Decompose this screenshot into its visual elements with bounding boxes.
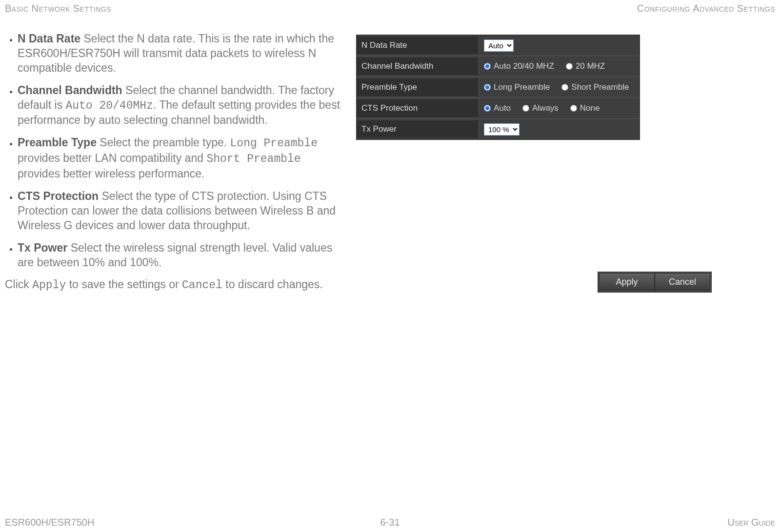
radio-cts-always-label: Always: [532, 103, 559, 113]
value-preamble-type: Long Preamble Short Preamble: [479, 79, 640, 95]
apply-pre: Click: [5, 278, 32, 291]
def-cts-protection: CTS Protection Select the type of CTS pr…: [18, 189, 341, 233]
apply-mid: to save the settings or: [66, 278, 182, 291]
value-cts-protection: Auto Always None: [479, 100, 640, 116]
term-channel-bandwidth: Channel Bandwidth: [18, 84, 122, 97]
value-tx-power: 100 %: [479, 120, 640, 138]
radio-auto-2040-label: Auto 20/40 MHZ: [494, 61, 554, 71]
apply-button[interactable]: Apply: [599, 273, 655, 291]
row-cts-protection: CTS Protection Auto Always None: [357, 98, 640, 118]
definitions-list: N Data Rate Select the N data rate. This…: [5, 32, 341, 270]
radio-20mhz[interactable]: 20 MHZ: [566, 61, 605, 71]
value-n-data-rate: Auto: [479, 37, 640, 55]
radio-short-preamble[interactable]: Short Preamble: [561, 82, 629, 92]
label-channel-bandwidth: Channel Bandwidth: [357, 58, 479, 75]
radio-20mhz-label: 20 MHZ: [576, 61, 605, 71]
settings-column: N Data Rate Auto Channel Bandwidth Auto …: [351, 32, 775, 293]
row-preamble-type: Preamble Type Long Preamble Short Preamb…: [357, 77, 640, 98]
header-right: Configuring Advanced Settings: [637, 3, 775, 14]
value-channel-bandwidth: Auto 20/40 MHZ 20 MHZ: [479, 59, 640, 74]
advanced-settings-panel: N Data Rate Auto Channel Bandwidth Auto …: [356, 35, 640, 140]
n-data-rate-select[interactable]: Auto: [484, 39, 514, 52]
radio-long-preamble-label: Long Preamble: [494, 82, 550, 92]
term-n-data-rate: N Data Rate: [18, 32, 80, 45]
button-bar: Apply Cancel: [598, 272, 712, 293]
radio-cts-auto[interactable]: Auto: [484, 103, 511, 113]
desc-preamble-mid: provides better LAN compatibility and: [18, 152, 206, 164]
header-left: Basic Network Settings: [5, 3, 111, 14]
apply-instruction: Click Apply to save the settings or Canc…: [5, 277, 341, 293]
desc-preamble-post: provides better wireless performance.: [18, 167, 205, 180]
label-n-data-rate: N Data Rate: [357, 37, 479, 54]
label-cts-protection: CTS Protection: [357, 99, 479, 117]
tx-power-select[interactable]: 100 %: [484, 123, 520, 136]
radio-long-preamble-input[interactable]: [484, 84, 491, 91]
radio-cts-always-input[interactable]: [522, 105, 529, 112]
term-tx-power: Tx Power: [18, 241, 67, 254]
radio-short-preamble-label: Short Preamble: [571, 82, 629, 92]
apply-post: to discard changes.: [222, 278, 323, 291]
radio-short-preamble-input[interactable]: [561, 84, 568, 91]
radio-long-preamble[interactable]: Long Preamble: [484, 82, 550, 92]
code-long-preamble: Long Pre­amble: [230, 137, 318, 150]
code-short-preamble: Short Preamble: [206, 153, 300, 165]
def-n-data-rate: N Data Rate Select the N data rate. This…: [18, 32, 341, 76]
radio-cts-always[interactable]: Always: [522, 103, 559, 113]
radio-auto-2040-input[interactable]: [484, 63, 491, 70]
radio-cts-none[interactable]: None: [570, 103, 600, 113]
label-tx-power: Tx Power: [357, 120, 479, 138]
apply-code: Apply: [32, 279, 66, 292]
def-channel-bandwidth: Channel Bandwidth Select the channel ban…: [18, 83, 341, 128]
button-bar-wrap: Apply Cancel: [356, 272, 775, 293]
radio-cts-auto-input[interactable]: [484, 105, 491, 112]
radio-cts-auto-label: Auto: [494, 103, 511, 113]
cancel-button[interactable]: Cancel: [655, 273, 710, 291]
def-tx-power: Tx Power Select the wireless signal stre…: [18, 241, 341, 270]
label-preamble-type: Preamble Type: [357, 79, 479, 96]
code-auto-2040: Auto 20/40MHz: [65, 99, 153, 112]
radio-auto-2040[interactable]: Auto 20/40 MHZ: [484, 61, 554, 71]
footer-center: 6-31: [380, 517, 400, 528]
term-preamble-type: Preamble Type: [18, 136, 97, 149]
desc-preamble-pre: Select the preamble type.: [97, 136, 230, 149]
definitions-column: N Data Rate Select the N data rate. This…: [5, 32, 351, 293]
row-channel-bandwidth: Channel Bandwidth Auto 20/40 MHZ 20 MHZ: [357, 56, 640, 77]
radio-cts-none-input[interactable]: [570, 105, 577, 112]
cancel-code: Cancel: [182, 279, 222, 292]
term-cts-protection: CTS Protection: [18, 190, 99, 202]
radio-20mhz-input[interactable]: [566, 63, 573, 70]
row-tx-power: Tx Power 100 %: [357, 118, 640, 139]
def-preamble-type: Preamble Type Select the preamble type. …: [18, 136, 341, 181]
radio-cts-none-label: None: [580, 103, 600, 113]
row-n-data-rate: N Data Rate Auto: [357, 35, 640, 56]
footer-right: User Guide: [727, 517, 775, 528]
footer-left: ESR600H/ESR750H: [5, 517, 94, 528]
